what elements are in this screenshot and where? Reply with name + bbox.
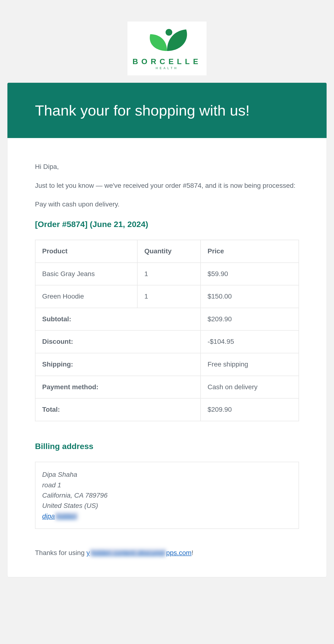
leaf-icon <box>141 27 193 56</box>
total-row: Payment method: Cash on delivery <box>35 376 299 398</box>
total-value: Free shipping <box>201 353 299 376</box>
col-price: Price <box>201 240 299 263</box>
billing-line1: road 1 <box>42 480 292 490</box>
brand-subtitle: HEALTH <box>156 66 178 70</box>
cell-price: $59.90 <box>201 263 299 286</box>
total-label: Shipping: <box>35 353 201 376</box>
banner: Thank your for shopping with us! <box>8 83 326 138</box>
total-value: -$104.95 <box>201 330 299 353</box>
order-table: Product Quantity Price Basic Gray Jeans … <box>35 240 299 421</box>
total-label: Discount: <box>35 330 201 353</box>
thanks-link[interactable]: yhidden content obscuredpps.com <box>86 549 192 556</box>
banner-title: Thank your for shopping with us! <box>35 102 299 119</box>
total-value: $209.90 <box>201 308 299 330</box>
col-quantity: Quantity <box>137 240 201 263</box>
cell-product: Basic Gray Jeans <box>35 263 137 286</box>
table-row: Basic Gray Jeans 1 $59.90 <box>35 263 299 286</box>
logo-card: BORCELLE HEALTH <box>127 22 207 75</box>
redacted-text: hidden content obscured <box>90 549 166 556</box>
thanks-end: ! <box>192 549 193 556</box>
cell-qty: 1 <box>137 263 201 286</box>
total-row: Shipping: Free shipping <box>35 353 299 376</box>
billing-heading: Billing address <box>35 440 299 452</box>
total-row: Total: $209.90 <box>35 398 299 421</box>
greeting-text: Hi Dipa, <box>35 162 299 172</box>
total-value: Cash on delivery <box>201 376 299 398</box>
billing-country: United States (US) <box>42 500 292 511</box>
brand-name: BORCELLE <box>132 57 202 66</box>
thanks-prefix: Thanks for using <box>35 549 86 556</box>
cell-product: Green Hoodie <box>35 285 137 308</box>
total-row: Subtotal: $209.90 <box>35 308 299 330</box>
total-label: Payment method: <box>35 376 201 398</box>
logo-area: BORCELLE HEALTH <box>0 0 334 82</box>
thanks-line: Thanks for using yhidden content obscure… <box>35 548 299 558</box>
total-row: Discount: -$104.95 <box>35 330 299 353</box>
total-label: Total: <box>35 398 201 421</box>
billing-name: Dipa Shaha <box>42 469 292 480</box>
cell-price: $150.00 <box>201 285 299 308</box>
total-value: $209.90 <box>201 398 299 421</box>
col-product: Product <box>35 240 137 263</box>
total-label: Subtotal: <box>35 308 201 330</box>
order-heading: [Order #5874] (June 21, 2024) <box>35 218 299 230</box>
redacted-text: hidden <box>55 512 78 520</box>
pay-note: Pay with cash upon delivery. <box>35 200 299 209</box>
billing-line2: California, CA 789796 <box>42 490 292 500</box>
intro-text: Just to let you know — we've received yo… <box>35 181 299 191</box>
svg-point-0 <box>165 29 172 36</box>
billing-box: Dipa Shaha road 1 California, CA 789796 … <box>35 462 299 529</box>
billing-email-link[interactable]: dipahidden <box>42 512 78 520</box>
cell-qty: 1 <box>137 285 201 308</box>
email-card: Thank your for shopping with us! Hi Dipa… <box>7 82 327 577</box>
table-row: Green Hoodie 1 $150.00 <box>35 285 299 308</box>
